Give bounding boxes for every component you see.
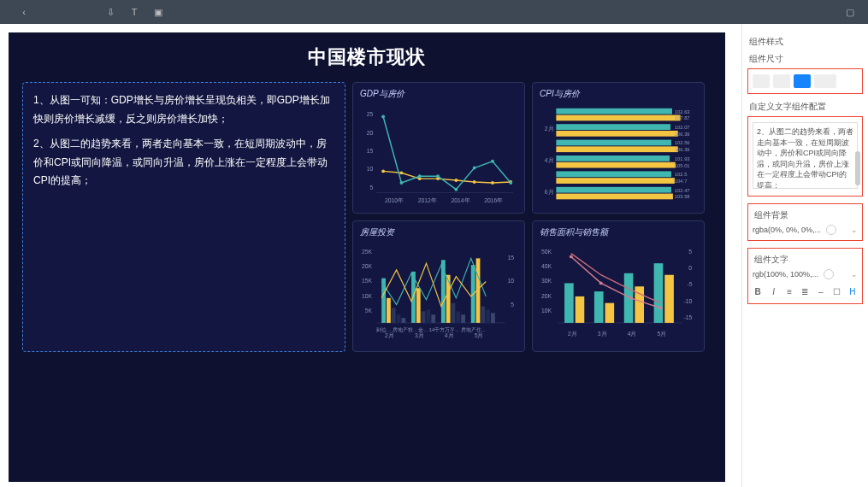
svg-rect-79 [456, 311, 460, 323]
svg-text:5月: 5月 [658, 331, 667, 337]
chart-gdp-house[interactable]: GDP与房价 252015105 2010年2012年2014年2016年 [352, 82, 525, 214]
svg-text:2014年: 2014年 [452, 197, 470, 203]
svg-rect-83 [481, 307, 485, 323]
image-tool-button[interactable]: ▣ [149, 4, 168, 20]
canvas[interactable]: 中国楼市现状 1、从图一可知：GDP增长与房价增长呈现负相关，即GDP增长加快则… [0, 24, 741, 487]
svg-rect-39 [556, 146, 677, 152]
svg-point-22 [454, 188, 458, 191]
svg-text:105.01: 105.01 [675, 163, 690, 168]
box-button[interactable]: ☐ [831, 285, 841, 298]
svg-text:6月: 6月 [545, 189, 554, 195]
svg-point-18 [381, 115, 385, 119]
svg-rect-108 [654, 263, 664, 323]
svg-text:102.63: 102.63 [675, 109, 690, 114]
svg-text:15: 15 [367, 148, 374, 154]
svg-rect-103 [576, 296, 585, 323]
svg-rect-74 [426, 309, 430, 322]
text-component[interactable]: 1、从图一可知：GDP增长与房价增长呈现负相关，即GDP增长加快则房价增长减缓，… [22, 82, 345, 352]
svg-rect-73 [422, 311, 426, 323]
svg-text:102.07: 102.07 [675, 125, 690, 130]
present-button[interactable]: ▢ [841, 4, 859, 20]
chart-sales[interactable]: 销售面积与销售额 50K40K30K20K10K 50-5-10-15 2月3月… [532, 220, 705, 352]
chart-cpi-house[interactable]: CPI与房价 2月4月6月 102.63 107.87 102.07 106.3… [532, 82, 705, 214]
svg-rect-105 [605, 303, 615, 323]
text-tool-button[interactable]: T [125, 4, 144, 20]
chart-investment[interactable]: 房屋投资 25K20K15K10K5K 15105 2月3月4月5月 [352, 220, 525, 352]
svg-text:3月: 3月 [598, 331, 607, 337]
svg-rect-72 [416, 288, 421, 323]
size-opt-3[interactable] [794, 74, 811, 88]
align-left-button[interactable]: ≡ [784, 285, 794, 298]
download-button[interactable]: ⇩ [101, 4, 120, 20]
svg-point-113 [658, 307, 662, 310]
dashboard-title: 中国楼市现状 [22, 44, 712, 70]
svg-text:3月: 3月 [415, 332, 424, 338]
svg-rect-45 [556, 171, 671, 177]
svg-rect-31 [556, 115, 680, 121]
svg-text:106.39: 106.39 [675, 132, 690, 137]
svg-point-16 [491, 181, 494, 185]
back-button[interactable]: ‹ [9, 4, 39, 20]
svg-text:102.56: 102.56 [675, 140, 690, 145]
svg-point-112 [629, 296, 633, 300]
svg-text:40K: 40K [541, 263, 552, 269]
svg-text:4月: 4月 [445, 332, 454, 338]
size-opt-1[interactable] [753, 74, 770, 88]
svg-rect-78 [452, 303, 456, 323]
svg-rect-70 [401, 318, 405, 323]
svg-text:104.7: 104.7 [675, 179, 688, 184]
svg-text:15: 15 [507, 255, 514, 261]
svg-text:-15: -15 [684, 314, 693, 320]
svg-text:4月: 4月 [545, 157, 554, 163]
svg-point-14 [454, 179, 458, 182]
svg-text:20K: 20K [362, 263, 373, 269]
svg-text:5K: 5K [365, 308, 373, 314]
text-paragraph-1: 1、从图一可知：GDP增长与房价增长呈现负相关，即GDP增长加快则房价增长减缓，… [33, 91, 334, 128]
svg-text:-5: -5 [687, 281, 692, 287]
align-center-button[interactable]: ≣ [800, 285, 810, 298]
svg-rect-49 [556, 187, 671, 193]
svg-point-11 [399, 171, 403, 174]
bg-swatch[interactable] [826, 225, 836, 235]
svg-rect-51 [556, 194, 673, 200]
text-style-label: 组件文字 [754, 254, 856, 266]
top-toolbar: ‹ ⇩ T ▣ ▢ [0, 0, 868, 24]
textarea-scrollbar[interactable] [855, 151, 860, 185]
svg-text:5月: 5月 [475, 332, 484, 338]
bold-button[interactable]: B [753, 285, 763, 298]
custom-text-label: 自定义文字组件配置 [749, 101, 861, 113]
svg-text:5: 5 [688, 249, 692, 255]
sidebar-header: 组件样式 [749, 36, 861, 48]
svg-text:20K: 20K [541, 293, 552, 299]
svg-text:10K: 10K [541, 308, 552, 314]
svg-rect-75 [431, 314, 435, 323]
size-opt-2[interactable] [773, 74, 790, 88]
svg-text:5: 5 [370, 185, 374, 191]
size-opt-4[interactable] [814, 74, 836, 88]
svg-text:103.58: 103.58 [675, 194, 690, 199]
bg-value: rgba(0%, 0%, 0%,... [753, 226, 821, 234]
svg-text:2010年: 2010年 [385, 197, 404, 203]
text-section: 组件文字 rgb(100%, 100%,... ⌄ B I ≡ ≣ – ☐ H [747, 248, 863, 304]
text-chevron-icon[interactable]: ⌄ [851, 270, 858, 279]
svg-point-19 [399, 181, 403, 185]
bg-section: 组件背景 rgba(0%, 0%, 0%,... ⌄ [747, 203, 863, 241]
svg-rect-43 [556, 162, 675, 168]
svg-rect-41 [556, 155, 670, 161]
bg-chevron-icon[interactable]: ⌄ [851, 226, 858, 234]
italic-button[interactable]: I [768, 285, 778, 298]
svg-text:25K: 25K [362, 249, 373, 255]
custom-text-input[interactable] [753, 122, 858, 189]
svg-text:2月: 2月 [385, 332, 394, 338]
svg-text:0: 0 [688, 265, 692, 271]
dashboard: 中国楼市现状 1、从图一可知：GDP增长与房价增长呈现负相关，即GDP增长加快则… [9, 32, 725, 482]
properties-sidebar: 组件样式 组件尺寸 自定义文字组件配置 组件背景 rgba(0%, 0%, 0%… [741, 24, 868, 487]
svg-point-24 [491, 160, 494, 163]
svg-text:102.5: 102.5 [675, 172, 688, 177]
svg-text:4月: 4月 [628, 331, 637, 337]
text-swatch[interactable] [824, 269, 834, 279]
size-section [747, 68, 863, 94]
svg-text:20: 20 [367, 130, 374, 136]
strike-button[interactable]: – [816, 285, 826, 298]
heading-button[interactable]: H [847, 285, 858, 298]
